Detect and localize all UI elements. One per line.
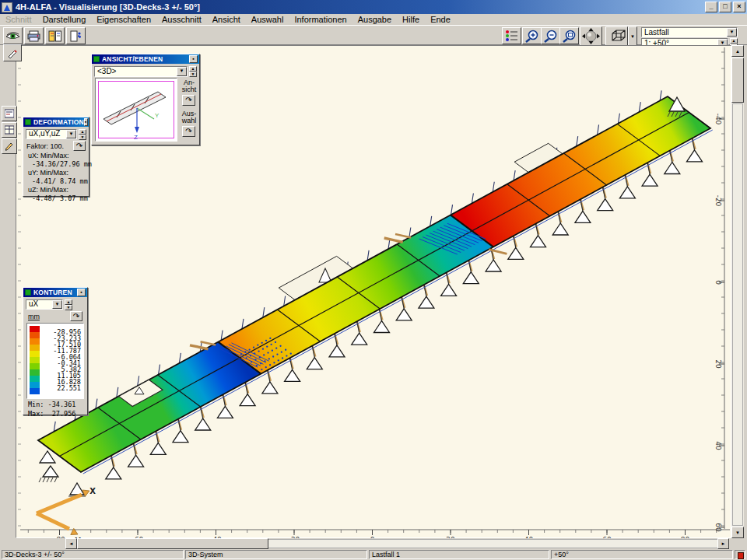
contour-max: Max: 27.956 xyxy=(28,410,82,418)
legend-value: 22.551 xyxy=(44,385,81,392)
scroll-right-icon[interactable]: ► xyxy=(717,538,729,549)
unit-apply-button[interactable]: ↷ xyxy=(70,311,82,321)
zoom-out-button[interactable] xyxy=(541,27,560,44)
pan-control[interactable] xyxy=(580,26,602,46)
contour-min: Min: -34.361 xyxy=(28,401,82,408)
uy-minmax-label: uY: Min/Max: xyxy=(28,169,84,177)
view-preview[interactable]: Y Z xyxy=(95,78,177,142)
horizontal-scroll-thumb[interactable] xyxy=(77,538,268,549)
view-cube-button[interactable] xyxy=(605,26,628,46)
title-bar: 4H-ALFA - Visualisierung [3D-Decks-3 +/-… xyxy=(0,0,747,14)
view-eye-button[interactable] xyxy=(3,27,23,44)
contour-select[interactable]: uX ▼ xyxy=(26,299,63,310)
chevron-down-icon[interactable]: ▼ xyxy=(727,28,737,37)
deformation-panel-title: DEFORMATION xyxy=(33,118,84,126)
ansicht-panel-titlebar[interactable]: ANSICHT/EBENEN ▪ xyxy=(92,54,199,64)
zoom-window-button[interactable] xyxy=(559,27,579,44)
close-button[interactable]: × xyxy=(733,2,745,12)
zoom-in-button[interactable] xyxy=(522,27,542,44)
svg-text:20: 20 xyxy=(714,359,722,369)
legend-swatch xyxy=(30,338,40,345)
deformation-select-value: uX,uY,uZ xyxy=(26,130,66,138)
menu-item-ausgabe[interactable]: Ausgabe xyxy=(352,15,397,24)
status-project: 3D-Decks-3 +/- 50° xyxy=(2,550,184,559)
chevron-down-icon[interactable]: ▼ xyxy=(52,300,62,309)
legend-swatch xyxy=(30,388,40,394)
mini-list-icon xyxy=(5,109,14,118)
lastfall-type-select[interactable]: Lastfall ▼ xyxy=(641,27,738,37)
scroll-down-icon[interactable]: ▼ xyxy=(731,527,744,538)
menu-item-darstellung[interactable]: Darstellung xyxy=(37,15,92,24)
redraw-button[interactable] xyxy=(3,44,22,61)
ux-minmax-value: -34.36/27.96 mm xyxy=(28,160,84,168)
uz-minmax-value: -4.48/ 3.07 mm xyxy=(28,194,84,202)
menu-item-ausschnitt[interactable]: Ausschnitt xyxy=(156,15,207,24)
panel-close-icon[interactable]: ▪ xyxy=(77,289,86,296)
faktor-apply-button[interactable]: ↷ xyxy=(73,141,86,151)
selection-label: Aus- wahl xyxy=(179,110,199,124)
svg-text:0: 0 xyxy=(714,280,722,285)
unit-label: mm xyxy=(28,313,40,320)
chevron-down-icon[interactable]: ▼ xyxy=(66,130,76,138)
print-button[interactable] xyxy=(24,27,44,44)
minimized-panel-button-2[interactable] xyxy=(2,122,17,138)
status-icon xyxy=(735,550,745,559)
svg-text:-20: -20 xyxy=(714,195,722,207)
minimized-panel-button-3[interactable] xyxy=(2,138,17,154)
properties-list-icon xyxy=(505,30,519,42)
view-spinner[interactable]: ▲▼ xyxy=(189,66,197,77)
exit-button[interactable] xyxy=(66,27,86,44)
panel-close-icon[interactable]: ▪ xyxy=(84,118,88,126)
vertical-scroll-thumb[interactable] xyxy=(731,58,744,103)
scroll-left-icon[interactable]: ◄ xyxy=(65,538,77,549)
legend-swatch xyxy=(30,376,40,382)
ux-minmax-label: uX: Min/Max: xyxy=(28,152,84,159)
vertical-scrollbar[interactable]: ▲ ▼ xyxy=(731,45,744,538)
selection-apply-button[interactable]: ↷ xyxy=(182,126,195,137)
legend-swatch xyxy=(30,345,40,351)
konturen-panel: KONTUREN ▪ uX ▼ ▲▼ mm ↷ -28.956-23.233-1… xyxy=(23,287,88,415)
menu-item-informationen[interactable]: Informationen xyxy=(289,15,352,24)
maximize-button[interactable]: □ xyxy=(719,2,731,12)
menu-item-ansicht[interactable]: Ansicht xyxy=(207,15,246,24)
legend-swatch xyxy=(30,332,40,338)
pan-sphere-icon xyxy=(581,27,601,45)
deformation-spinner[interactable]: ▲▼ xyxy=(79,129,86,139)
view-cube-dropdown[interactable]: ▼ xyxy=(628,26,637,46)
exit-door-icon xyxy=(69,30,83,42)
panel-close-icon[interactable]: ▪ xyxy=(189,55,198,63)
zoom-out-icon xyxy=(543,30,559,43)
view-select-value: <3D> xyxy=(95,67,177,76)
view-apply-button[interactable]: ↷ xyxy=(182,95,195,106)
deformation-panel-titlebar[interactable]: DEFORMATION ▪ xyxy=(23,117,89,127)
ansicht-ebenen-panel: ANSICHT/EBENEN ▪ <3D> ▼ ▲▼ Y Z An- sicht… xyxy=(91,54,200,145)
view-select[interactable]: <3D> ▼ xyxy=(94,66,188,77)
handbook-button[interactable] xyxy=(45,27,65,44)
display-properties-button[interactable] xyxy=(502,27,521,44)
spin-up-icon[interactable]: ▲ xyxy=(730,38,738,44)
panel-icon xyxy=(25,119,31,125)
preview-frame xyxy=(98,81,174,138)
menu-item-auswahl[interactable]: Auswahl xyxy=(246,15,289,24)
deformation-select[interactable]: uX,uY,uZ ▼ xyxy=(26,129,77,139)
app-icon xyxy=(2,2,12,12)
menu-item-schnitt: Schnitt xyxy=(0,15,37,24)
status-angle: +50° xyxy=(551,550,733,559)
contour-spinner[interactable]: ▲▼ xyxy=(65,299,72,310)
uy-minmax-value: -4.41/ 8.74 mm xyxy=(28,177,84,185)
status-bar: 3D-Decks-3 +/- 50° 3D-System Lastfall 1 … xyxy=(0,549,747,560)
panel-icon xyxy=(25,289,31,296)
chevron-down-icon[interactable]: ▼ xyxy=(177,67,187,76)
scroll-up-icon[interactable]: ▲ xyxy=(731,45,744,57)
horizontal-scrollbar[interactable]: ◄ ► xyxy=(0,538,747,549)
view-label: An- sicht xyxy=(179,79,199,93)
menu-item-eigenschaften[interactable]: Eigenschaften xyxy=(91,15,156,24)
svg-text:60: 60 xyxy=(714,523,722,532)
menu-item-hilfe[interactable]: Hilfe xyxy=(397,15,425,24)
menu-item-ende[interactable]: Ende xyxy=(425,15,456,24)
contour-select-value: uX xyxy=(26,300,52,309)
window-title: 4H-ALFA - Visualisierung [3D-Decks-3 +/-… xyxy=(16,2,200,12)
minimized-panel-button-1[interactable] xyxy=(2,106,17,121)
konturen-panel-titlebar[interactable]: KONTUREN ▪ xyxy=(23,288,87,297)
minimize-button[interactable]: _ xyxy=(705,2,717,12)
